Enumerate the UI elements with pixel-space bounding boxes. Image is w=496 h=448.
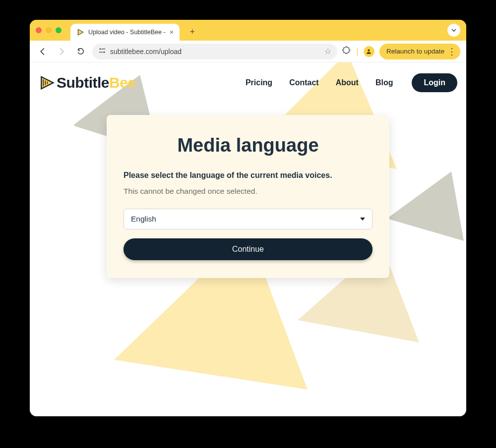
url-text: subtitlebee.com/upload	[110, 48, 320, 56]
svg-point-5	[368, 49, 370, 51]
tab-overflow-button[interactable]	[447, 24, 460, 37]
bookmark-star-icon[interactable]: ☆	[324, 47, 331, 56]
address-bar[interactable]: subtitlebee.com/upload ☆	[92, 44, 337, 59]
language-selected-value: English	[131, 215, 156, 224]
forward-button[interactable]	[55, 45, 68, 58]
back-button[interactable]	[36, 45, 50, 58]
card-title: Media language	[124, 135, 372, 156]
chevron-down-icon	[360, 218, 365, 221]
tab-favicon	[76, 28, 84, 36]
close-window-button[interactable]	[36, 27, 42, 33]
decorative-triangle	[387, 171, 466, 251]
window-controls	[36, 27, 62, 33]
svg-point-1	[99, 48, 101, 50]
profile-avatar[interactable]	[364, 46, 374, 57]
toolbar-separator: |	[356, 46, 359, 56]
svg-rect-2	[101, 49, 105, 50]
site-header: SubtitleBee Pricing Contact About Blog L…	[30, 62, 466, 97]
card-instruction: Please select the language of the curren…	[124, 171, 372, 180]
svg-rect-4	[99, 52, 103, 53]
tab-title: Upload video - SubtitleBee -	[88, 29, 166, 36]
logo-icon	[39, 75, 55, 91]
nav-blog[interactable]: Blog	[375, 78, 393, 87]
site-settings-icon[interactable]	[98, 47, 106, 56]
extensions-icon[interactable]	[342, 46, 351, 57]
browser-toolbar: subtitlebee.com/upload ☆ | Relaunch to u…	[30, 41, 466, 62]
svg-marker-8	[387, 171, 464, 241]
card-note: This cannot be changed once selected.	[124, 187, 372, 196]
svg-marker-0	[78, 29, 83, 35]
svg-point-3	[103, 52, 105, 53]
nav-about[interactable]: About	[336, 78, 359, 87]
tab-close-icon[interactable]: ×	[170, 28, 174, 36]
nav-pricing[interactable]: Pricing	[246, 78, 272, 87]
nav-contact[interactable]: Contact	[289, 78, 319, 87]
relaunch-label: Relaunch to update	[386, 48, 444, 55]
relaunch-button[interactable]: Relaunch to update ⋮	[379, 44, 460, 59]
language-select[interactable]: English	[124, 209, 372, 229]
nav-links: Pricing Contact About Blog Login	[246, 73, 457, 92]
media-language-card: Media language Please select the languag…	[107, 115, 389, 278]
browser-tab[interactable]: Upload video - SubtitleBee - ×	[70, 24, 180, 41]
browser-titlebar: Upload video - SubtitleBee - × +	[30, 20, 466, 41]
new-tab-button[interactable]: +	[186, 26, 198, 38]
logo-text: SubtitleBee	[57, 74, 136, 91]
reload-button[interactable]	[73, 45, 87, 58]
browser-window: Upload video - SubtitleBee - × + subtitl…	[30, 20, 466, 416]
page-content: SubtitleBee Pricing Contact About Blog L…	[30, 62, 466, 416]
minimize-window-button[interactable]	[46, 27, 52, 33]
maximize-window-button[interactable]	[56, 27, 62, 33]
login-button[interactable]: Login	[412, 73, 457, 92]
continue-button[interactable]: Continue	[124, 238, 372, 260]
site-logo[interactable]: SubtitleBee	[39, 74, 136, 91]
